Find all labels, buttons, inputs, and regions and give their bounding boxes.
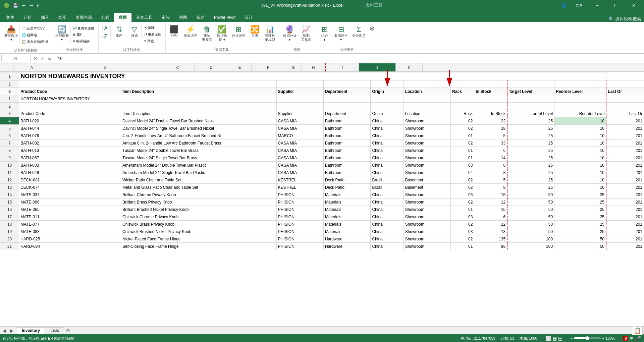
cell-i19[interactable]: 50 (507, 228, 554, 235)
cell-c3[interactable]: Supplier (276, 88, 323, 95)
cell-d1[interactable] (323, 95, 370, 103)
cell-h3[interactable]: In Stock (474, 110, 507, 117)
col-header-f[interactable]: F (252, 63, 285, 71)
cell-c3[interactable]: Supplier (276, 110, 323, 117)
cell-h21[interactable]: 88 (474, 243, 507, 250)
cell-g16[interactable]: 01 (451, 206, 474, 213)
cell-e1[interactable] (371, 95, 404, 103)
cell-k1[interactable] (606, 95, 644, 103)
cell-b21[interactable]: Self-Closing Face Frame Hinge (121, 243, 276, 250)
remove-duplicates-button[interactable]: 🗑 删除重复值 (200, 25, 214, 43)
zoom-out-button[interactable]: − (571, 336, 573, 340)
col-header-i[interactable]: I (325, 63, 359, 71)
cell-a2[interactable] (19, 103, 121, 110)
cell-k3[interactable]: Last Or (606, 88, 644, 95)
cell-c1[interactable] (276, 95, 323, 103)
cell-c19[interactable]: PHISION (276, 228, 323, 235)
row-number[interactable]: 7 (0, 139, 19, 147)
cell-k19[interactable]: 201 (606, 228, 644, 235)
col-header-j[interactable]: J (359, 63, 396, 71)
row-number[interactable]: 5 (0, 125, 19, 132)
cell-e16[interactable]: China (371, 206, 404, 213)
cell-c12[interactable]: KESTREL (276, 176, 323, 184)
cell-e15[interactable]: China (371, 198, 404, 206)
cell-b4[interactable]: Davinci Model 24" Double Towel Bar Brush… (121, 117, 276, 125)
tab-devtools[interactable]: 开发工具 (131, 13, 157, 22)
tab-data[interactable]: 数据 (114, 13, 131, 22)
paste-options-button[interactable]: 📋 (632, 326, 643, 335)
cell-c10[interactable]: CASA MIA (276, 162, 323, 169)
name-box[interactable]: J4 (1, 55, 28, 62)
insert-function-button[interactable]: fx (47, 56, 52, 61)
cell-k13[interactable]: 201 (606, 184, 644, 191)
cell-k12[interactable]: 201 (606, 176, 644, 184)
cell-i16[interactable]: 50 (507, 206, 554, 213)
cell-h8[interactable]: 6 (474, 147, 507, 154)
confirm-formula-button[interactable]: ✓ (40, 56, 45, 61)
cell-k7[interactable]: 201 (606, 139, 644, 147)
col-header-h[interactable]: H (302, 63, 325, 71)
tab-insert[interactable]: 插入 (36, 13, 54, 22)
cell-j13[interactable]: 10 (554, 184, 606, 191)
cell-h9[interactable]: 14 (474, 154, 507, 162)
cell-j4[interactable]: 10 (554, 117, 606, 125)
cell-j14[interactable]: 25 (554, 191, 606, 198)
row-number[interactable]: 9 (0, 154, 19, 162)
forecast-sheet-button[interactable]: 📈 预测工作表 (299, 25, 313, 43)
row-number[interactable]: 11 (0, 169, 19, 176)
cell-k4[interactable]: 201 (606, 117, 644, 125)
cell-d19[interactable]: Materials (323, 228, 370, 235)
tab-pagelayout[interactable]: 页面布局 (71, 13, 97, 22)
row-number[interactable]: 3 (0, 88, 19, 95)
cell-d3[interactable]: Department (323, 88, 370, 95)
from-web-button[interactable]: 🌐 自网站 (20, 32, 49, 38)
cell-j15[interactable]: 25 (554, 198, 606, 206)
cell-a15[interactable]: MATE-096 (19, 198, 121, 206)
cell-h12[interactable]: 5 (474, 176, 507, 184)
zoom-in-button[interactable]: + (602, 336, 604, 340)
close-button[interactable]: ✕ (626, 0, 641, 11)
cell-c8[interactable]: CASA MIA (276, 147, 323, 154)
cell-j1[interactable] (554, 95, 606, 103)
cell-b10[interactable]: Amersham Model 24" Double Towel Bar Plas… (121, 162, 276, 169)
cell-b13[interactable]: Metal and Glass Patio Chair and Table Se… (121, 184, 276, 191)
sort-za-button[interactable]: ↓Z (100, 33, 109, 40)
cell-b6[interactable]: 4 in. 2-Handle Low-Arc 4" Bathroom Fauce… (121, 132, 276, 139)
row-number[interactable]: 13 (0, 184, 19, 191)
cell-f10[interactable]: Showroom (404, 162, 450, 169)
cell-b9[interactable]: Tuscan Model 24" Single Towel Bar Brass (121, 154, 276, 162)
cell-i13[interactable]: 25 (507, 184, 554, 191)
cell-d14[interactable]: Materials (323, 191, 370, 198)
tab-review[interactable]: 审阅 (157, 13, 174, 22)
cell-i8[interactable]: 25 (507, 147, 554, 154)
cell-e9[interactable]: China (371, 154, 404, 162)
cell-i4[interactable]: 25 (507, 117, 554, 125)
cell-e19[interactable]: China (371, 228, 404, 235)
from-table-button[interactable]: 📋 来自表格/区域 (20, 39, 49, 45)
cell-c2[interactable] (276, 103, 323, 110)
text-to-columns-button[interactable]: ⬛ 分列 (167, 25, 181, 39)
cell-b18[interactable]: Chiswick Brass Privacy Knob (121, 221, 276, 228)
undo-qat-button[interactable]: ↩ (21, 3, 27, 8)
cell-a3[interactable]: Product Code (19, 88, 121, 95)
group-button[interactable]: ⊞ 组合▾ (318, 25, 332, 43)
cell-f7[interactable]: Showroom (404, 139, 450, 147)
cell-d4[interactable]: Bathroom (323, 117, 370, 125)
cell-c7[interactable]: CASA MIA (276, 139, 323, 147)
cell-k2[interactable] (606, 103, 644, 110)
cell-c9[interactable]: CASA MIA (276, 154, 323, 162)
col-header-e[interactable]: E (228, 63, 252, 71)
cell-g17[interactable]: 03 (451, 213, 474, 221)
cell-e20[interactable]: China (371, 235, 404, 243)
cell-d16[interactable]: Materials (323, 206, 370, 213)
cell-h2[interactable] (474, 103, 507, 110)
cell-k11[interactable]: 201 (606, 169, 644, 176)
cell-f20[interactable]: Showroom (404, 235, 450, 243)
cell-g11[interactable]: 04 (451, 169, 474, 176)
cell-c20[interactable]: PHISION (276, 235, 323, 243)
cell-j21[interactable]: 50 (554, 243, 606, 250)
cell-k10[interactable]: 201 (606, 162, 644, 169)
row-number[interactable]: 1 (0, 72, 19, 80)
get-data-button[interactable]: 📥 获取数据▾ (3, 25, 20, 43)
cell-h1[interactable] (474, 95, 507, 103)
